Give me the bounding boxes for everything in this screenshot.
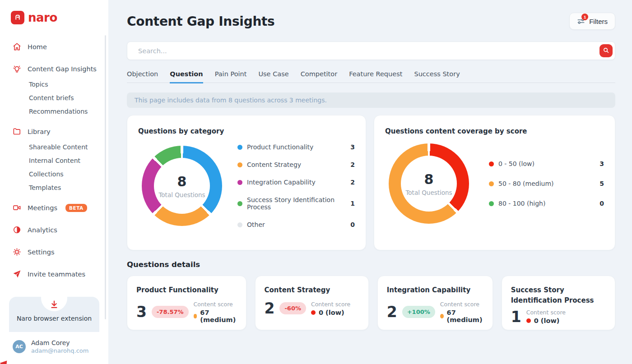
legend-dot [489, 161, 494, 166]
sidebar-item-label: Library [28, 128, 51, 135]
sidebar-bottom: Naro browser extension AC Adam Corey ada… [0, 297, 108, 364]
tab-success-story[interactable]: Success Story [414, 70, 460, 83]
sidebar-item-label: Topics [29, 81, 48, 88]
sidebar-item-library[interactable]: Library [0, 123, 108, 140]
legend-label: 80 - 100 (high) [498, 200, 599, 207]
sidebar-item-label: Meetings [28, 204, 57, 212]
tab-feature-request[interactable]: Feature Request [349, 70, 402, 83]
sidebar-item-analytics[interactable]: Analytics [0, 221, 108, 239]
sidebar: naro Home Content Gap Insights Topics Co… [0, 0, 108, 364]
naro-logo-icon [11, 11, 24, 24]
naro-logo[interactable]: naro [0, 0, 108, 24]
sidebar-item-meetings[interactable]: Meetings BETA [0, 199, 108, 217]
score-label: Content score [311, 301, 350, 308]
sidebar-item-internal-content[interactable]: Internal Content [0, 154, 108, 167]
score-label: Content score [440, 301, 483, 308]
score-value: 0 (low) [319, 309, 344, 316]
sidebar-item-content-briefs[interactable]: Content briefs [0, 91, 108, 105]
detail-card-count: 2 [265, 301, 275, 316]
sidebar-item-recommendations[interactable]: Recommendations [0, 105, 108, 118]
sidebar-item-content-gap-insights[interactable]: Content Gap Insights [0, 60, 108, 78]
chart-legend: Product Functionality 3 Content Strategy… [237, 143, 355, 228]
legend-label: 50 - 80 (medium) [498, 180, 599, 187]
delta-badge: -60% [279, 302, 306, 314]
sidebar-item-label: Settings [28, 249, 54, 256]
pie-chart-icon [13, 226, 21, 234]
download-icon [49, 299, 59, 309]
tab-question[interactable]: Question [170, 70, 203, 83]
user-email: adam@narohq.com [31, 347, 88, 354]
legend-item: 50 - 80 (medium) 5 [489, 180, 604, 187]
detail-card-success-story[interactable]: Success Story Identification Process 1 C… [502, 276, 615, 330]
legend-item: Product Functionality 3 [237, 143, 355, 151]
sidebar-item-label: Content briefs [29, 94, 74, 101]
gear-icon [13, 248, 21, 256]
sidebar-item-shareable-content[interactable]: Shareable Content [0, 140, 108, 154]
detail-card-title: Product Functionality [136, 285, 237, 295]
search-icon [603, 47, 609, 55]
filters-button[interactable]: 1 Filters [569, 13, 615, 30]
clipped-red-icon [0, 358, 10, 364]
legend-value: 2 [350, 179, 355, 186]
sidebar-item-collections[interactable]: Collections [0, 167, 108, 181]
info-banner: This page includes data from 8 questions… [127, 92, 615, 108]
browser-extension-card[interactable]: Naro browser extension [9, 297, 99, 332]
sidebar-item-templates[interactable]: Templates [0, 181, 108, 194]
legend-item: 0 - 50 (low) 3 [489, 160, 604, 167]
legend-dot [237, 222, 242, 227]
sidebar-item-label: Templates [29, 184, 61, 191]
legend-dot [489, 181, 494, 186]
donut-center: 8 Total Questions [154, 158, 210, 214]
paper-plane-icon [13, 270, 21, 278]
score-dot [194, 314, 197, 318]
coverage-by-score-card: Questions content coverage by score 8 To… [374, 115, 615, 250]
legend-item: 80 - 100 (high) 0 [489, 200, 604, 207]
filters-label: Filters [589, 18, 608, 25]
sidebar-item-home[interactable]: Home [0, 38, 108, 55]
user-account[interactable]: AC Adam Corey adam@narohq.com [0, 332, 108, 364]
avatar: AC [13, 340, 26, 353]
score-value: 0 (low) [534, 317, 560, 324]
search-input[interactable] [127, 41, 615, 60]
sidebar-item-label: Home [28, 43, 47, 51]
legend-label: Other [247, 221, 350, 228]
detail-card-title: Success Story Identification Process [511, 285, 606, 305]
sidebar-scrollbar[interactable] [105, 35, 106, 319]
chart-title: Questions by category [138, 127, 355, 135]
detail-card-title: Integration Capability [387, 285, 483, 295]
detail-card-integration-capability[interactable]: Integration Capability 2 +100% Content s… [377, 276, 493, 330]
search-submit-button[interactable] [599, 44, 613, 57]
sidebar-item-topics[interactable]: Topics [0, 78, 108, 91]
donut-center: 8 Total Questions [401, 156, 457, 212]
legend-item: Other 0 [237, 221, 355, 228]
legend-value: 0 [350, 221, 355, 228]
legend-value: 3 [350, 143, 355, 151]
app-window: naro Home Content Gap Insights Topics Co… [0, 0, 632, 364]
naro-logo-text: naro [28, 11, 57, 24]
questions-by-category-card: Questions by category 8 Total Questions … [127, 115, 366, 250]
page-title: Content Gap Insights [127, 14, 274, 29]
page-header: Content Gap Insights 1 Filters [127, 13, 615, 30]
tab-use-case[interactable]: Use Case [258, 70, 288, 83]
detail-card-content-strategy[interactable]: Content Strategy 2 -60% Content score 0 … [255, 276, 369, 330]
video-camera-icon [13, 203, 21, 212]
detail-card-count: 2 [387, 304, 397, 319]
delta-badge: +100% [402, 306, 435, 318]
legend-dot [237, 201, 242, 206]
tab-objection[interactable]: Objection [127, 70, 158, 83]
legend-value: 0 [599, 200, 604, 207]
tab-pain-point[interactable]: Pain Point [215, 70, 247, 83]
search-bar [127, 41, 615, 60]
category-tabs: Objection Question Pain Point Use Case C… [127, 70, 615, 83]
details-row: Product Functionality 3 -78.57% Content … [127, 276, 615, 330]
score-dot [311, 310, 316, 315]
sidebar-item-settings[interactable]: Settings [0, 243, 108, 261]
sidebar-item-invite-teammates[interactable]: Invite teammates [0, 265, 108, 283]
tab-competitor[interactable]: Competitor [301, 70, 337, 83]
beta-badge: BETA [65, 204, 87, 212]
chart-title: Questions content coverage by score [385, 127, 604, 135]
sidebar-item-label: Collections [29, 170, 64, 178]
donut-total-label: Total Questions [405, 189, 452, 196]
detail-card-product-functionality[interactable]: Product Functionality 3 -78.57% Content … [127, 276, 246, 330]
donut-total: 8 [424, 171, 434, 187]
